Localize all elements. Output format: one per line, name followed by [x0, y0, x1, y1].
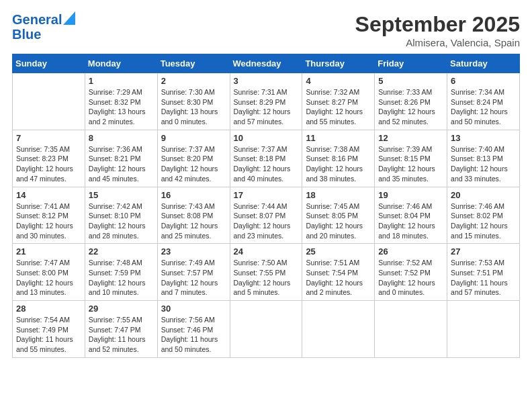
day-number: 18	[306, 190, 371, 200]
table-row	[302, 301, 375, 358]
location: Almisera, Valencia, Spain	[355, 37, 520, 48]
day-info: Sunrise: 7:34 AM Sunset: 8:24 PM Dayligh…	[451, 87, 516, 127]
day-number: 26	[378, 246, 443, 257]
table-row	[447, 301, 520, 358]
logo-text-general: General	[12, 12, 62, 27]
header-tuesday: Tuesday	[157, 54, 230, 73]
day-number: 25	[306, 246, 371, 257]
title-section: September 2025 Almisera, Valencia, Spain	[355, 12, 520, 48]
day-number: 17	[234, 190, 299, 200]
day-info: Sunrise: 7:32 AM Sunset: 8:27 PM Dayligh…	[306, 87, 371, 127]
table-row	[13, 73, 85, 130]
day-info: Sunrise: 7:37 AM Sunset: 8:20 PM Dayligh…	[161, 144, 226, 184]
day-info: Sunrise: 7:35 AM Sunset: 8:23 PM Dayligh…	[16, 144, 81, 184]
day-info: Sunrise: 7:29 AM Sunset: 8:32 PM Dayligh…	[89, 87, 154, 127]
day-info: Sunrise: 7:46 AM Sunset: 8:02 PM Dayligh…	[451, 201, 516, 241]
table-row: 8Sunrise: 7:36 AM Sunset: 8:21 PM Daylig…	[85, 130, 157, 187]
day-info: Sunrise: 7:40 AM Sunset: 8:13 PM Dayligh…	[451, 144, 516, 184]
day-number: 8	[89, 133, 154, 143]
day-info: Sunrise: 7:49 AM Sunset: 7:57 PM Dayligh…	[161, 258, 226, 298]
day-number: 22	[89, 246, 154, 257]
calendar-week-row: 21Sunrise: 7:47 AM Sunset: 8:00 PM Dayli…	[13, 244, 520, 301]
day-info: Sunrise: 7:56 AM Sunset: 7:46 PM Dayligh…	[161, 315, 226, 355]
day-info: Sunrise: 7:44 AM Sunset: 8:07 PM Dayligh…	[234, 201, 299, 241]
table-row: 22Sunrise: 7:48 AM Sunset: 7:59 PM Dayli…	[85, 244, 157, 301]
day-number: 14	[16, 190, 81, 200]
header-friday: Friday	[375, 54, 447, 73]
day-number: 11	[306, 133, 371, 143]
table-row: 28Sunrise: 7:54 AM Sunset: 7:49 PM Dayli…	[13, 301, 85, 358]
day-number: 7	[16, 133, 81, 143]
table-row: 11Sunrise: 7:38 AM Sunset: 8:16 PM Dayli…	[302, 130, 375, 187]
month-title: September 2025	[355, 12, 520, 37]
day-number: 16	[161, 190, 226, 200]
day-info: Sunrise: 7:45 AM Sunset: 8:05 PM Dayligh…	[306, 201, 371, 241]
day-number: 3	[234, 76, 299, 86]
day-number: 5	[378, 76, 443, 86]
table-row: 13Sunrise: 7:40 AM Sunset: 8:13 PM Dayli…	[447, 130, 520, 187]
day-info: Sunrise: 7:46 AM Sunset: 8:04 PM Dayligh…	[378, 201, 443, 241]
day-info: Sunrise: 7:41 AM Sunset: 8:12 PM Dayligh…	[16, 201, 81, 241]
day-number: 15	[89, 190, 154, 200]
table-row: 3Sunrise: 7:31 AM Sunset: 8:29 PM Daylig…	[230, 73, 302, 130]
table-row: 17Sunrise: 7:44 AM Sunset: 8:07 PM Dayli…	[230, 187, 302, 244]
day-info: Sunrise: 7:39 AM Sunset: 8:15 PM Dayligh…	[378, 144, 443, 184]
calendar-week-row: 28Sunrise: 7:54 AM Sunset: 7:49 PM Dayli…	[13, 301, 520, 358]
table-row	[375, 301, 447, 358]
table-row: 9Sunrise: 7:37 AM Sunset: 8:20 PM Daylig…	[157, 130, 230, 187]
table-row	[230, 301, 302, 358]
table-row: 5Sunrise: 7:33 AM Sunset: 8:26 PM Daylig…	[375, 73, 447, 130]
day-info: Sunrise: 7:30 AM Sunset: 8:30 PM Dayligh…	[161, 87, 226, 127]
table-row: 25Sunrise: 7:51 AM Sunset: 7:54 PM Dayli…	[302, 244, 375, 301]
calendar-week-row: 1Sunrise: 7:29 AM Sunset: 8:32 PM Daylig…	[13, 73, 520, 130]
logo: General Blue	[12, 12, 75, 42]
header-sunday: Sunday	[13, 54, 85, 73]
table-row: 27Sunrise: 7:53 AM Sunset: 7:51 PM Dayli…	[447, 244, 520, 301]
table-row: 4Sunrise: 7:32 AM Sunset: 8:27 PM Daylig…	[302, 73, 375, 130]
day-info: Sunrise: 7:52 AM Sunset: 7:52 PM Dayligh…	[378, 258, 443, 298]
day-number: 9	[161, 133, 226, 143]
table-row: 12Sunrise: 7:39 AM Sunset: 8:15 PM Dayli…	[375, 130, 447, 187]
table-row: 30Sunrise: 7:56 AM Sunset: 7:46 PM Dayli…	[157, 301, 230, 358]
day-number: 20	[451, 190, 516, 200]
logo-icon	[63, 11, 75, 25]
day-info: Sunrise: 7:50 AM Sunset: 7:55 PM Dayligh…	[234, 258, 299, 298]
table-row: 2Sunrise: 7:30 AM Sunset: 8:30 PM Daylig…	[157, 73, 230, 130]
table-row: 20Sunrise: 7:46 AM Sunset: 8:02 PM Dayli…	[447, 187, 520, 244]
calendar-week-row: 7Sunrise: 7:35 AM Sunset: 8:23 PM Daylig…	[13, 130, 520, 187]
day-number: 10	[234, 133, 299, 143]
day-info: Sunrise: 7:42 AM Sunset: 8:10 PM Dayligh…	[89, 201, 154, 241]
day-number: 1	[89, 76, 154, 86]
day-info: Sunrise: 7:55 AM Sunset: 7:47 PM Dayligh…	[89, 315, 154, 355]
day-number: 19	[378, 190, 443, 200]
table-row: 6Sunrise: 7:34 AM Sunset: 8:24 PM Daylig…	[447, 73, 520, 130]
table-row: 18Sunrise: 7:45 AM Sunset: 8:05 PM Dayli…	[302, 187, 375, 244]
table-row: 19Sunrise: 7:46 AM Sunset: 8:04 PM Dayli…	[375, 187, 447, 244]
day-number: 21	[16, 246, 81, 257]
page-header: General Blue September 2025 Almisera, Va…	[12, 12, 520, 48]
day-number: 28	[16, 304, 81, 314]
day-number: 13	[451, 133, 516, 143]
day-info: Sunrise: 7:38 AM Sunset: 8:16 PM Dayligh…	[306, 144, 371, 184]
day-info: Sunrise: 7:47 AM Sunset: 8:00 PM Dayligh…	[16, 258, 81, 298]
calendar-week-row: 14Sunrise: 7:41 AM Sunset: 8:12 PM Dayli…	[13, 187, 520, 244]
table-row: 26Sunrise: 7:52 AM Sunset: 7:52 PM Dayli…	[375, 244, 447, 301]
day-number: 27	[451, 246, 516, 257]
day-number: 4	[306, 76, 371, 86]
table-row: 16Sunrise: 7:43 AM Sunset: 8:08 PM Dayli…	[157, 187, 230, 244]
day-info: Sunrise: 7:53 AM Sunset: 7:51 PM Dayligh…	[451, 258, 516, 298]
table-row: 14Sunrise: 7:41 AM Sunset: 8:12 PM Dayli…	[13, 187, 85, 244]
day-number: 30	[161, 304, 226, 314]
day-number: 24	[234, 246, 299, 257]
svg-marker-0	[63, 11, 75, 25]
table-row: 29Sunrise: 7:55 AM Sunset: 7:47 PM Dayli…	[85, 301, 157, 358]
logo-text-blue: Blue	[12, 27, 75, 42]
table-row: 7Sunrise: 7:35 AM Sunset: 8:23 PM Daylig…	[13, 130, 85, 187]
header-wednesday: Wednesday	[230, 54, 302, 73]
table-row: 10Sunrise: 7:37 AM Sunset: 8:18 PM Dayli…	[230, 130, 302, 187]
table-row: 24Sunrise: 7:50 AM Sunset: 7:55 PM Dayli…	[230, 244, 302, 301]
day-info: Sunrise: 7:36 AM Sunset: 8:21 PM Dayligh…	[89, 144, 154, 184]
table-row: 15Sunrise: 7:42 AM Sunset: 8:10 PM Dayli…	[85, 187, 157, 244]
day-info: Sunrise: 7:51 AM Sunset: 7:54 PM Dayligh…	[306, 258, 371, 298]
day-info: Sunrise: 7:54 AM Sunset: 7:49 PM Dayligh…	[16, 315, 81, 355]
